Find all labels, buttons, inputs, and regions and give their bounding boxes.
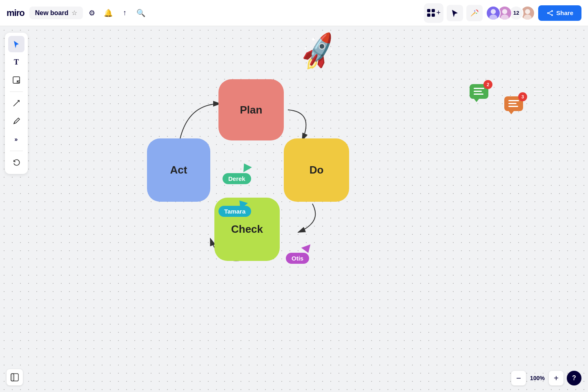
svg-point-4 xyxy=(501,14,509,20)
party-svg-icon xyxy=(470,9,479,18)
zoom-out-button[interactable]: − xyxy=(511,371,526,385)
svg-point-7 xyxy=(547,12,549,14)
toolbar-divider xyxy=(10,91,23,92)
tamara-cursor-label: Tamara xyxy=(218,206,251,217)
share-icon xyxy=(546,9,554,17)
settings-icon[interactable]: ⚙ xyxy=(85,6,99,20)
svg-point-9 xyxy=(551,14,553,16)
text-tool-label: T xyxy=(14,58,19,67)
svg-rect-16 xyxy=(11,374,14,381)
check-label: Check xyxy=(231,223,263,236)
miro-logo[interactable]: miro xyxy=(7,8,24,18)
comment-badge-1: 2 xyxy=(483,80,492,89)
avatars-group[interactable]: 12 xyxy=(486,6,535,20)
topbar-right: + 12 xyxy=(424,3,581,23)
comment-count-2: 3 xyxy=(521,94,524,99)
left-toolbar: T » xyxy=(5,33,28,174)
toolbar-divider-2 xyxy=(10,151,23,151)
pen-tool-icon xyxy=(12,117,20,125)
plan-node[interactable]: Plan xyxy=(218,79,284,140)
comment-badge-2: 3 xyxy=(518,92,527,101)
cursor-button[interactable] xyxy=(447,5,463,21)
svg-line-10 xyxy=(549,11,551,13)
board-title-area: New board ☆ xyxy=(29,7,83,19)
avatar-user1[interactable] xyxy=(486,6,501,20)
undo-icon xyxy=(12,158,20,167)
star-icon[interactable]: ☆ xyxy=(71,9,77,17)
search-icon[interactable]: 🔍 xyxy=(134,6,148,20)
share-label: Share xyxy=(556,9,573,16)
line-tool[interactable] xyxy=(8,95,24,111)
tamara-name: Tamara xyxy=(224,208,245,215)
do-label: Do xyxy=(310,164,324,176)
diagram: 🚀 Plan Do Check Act xyxy=(139,47,359,300)
sticky-note-tool[interactable] xyxy=(8,72,24,88)
top-bar: miro New board ☆ ⚙ 🔔 ↑ 🔍 + xyxy=(0,0,588,26)
svg-point-5 xyxy=(525,9,530,14)
act-label: Act xyxy=(170,164,187,176)
help-button[interactable]: ? xyxy=(567,371,581,385)
cursor-tool-icon xyxy=(12,40,20,48)
more-tools-label: » xyxy=(15,136,18,143)
apps-button[interactable]: + xyxy=(424,3,443,23)
svg-point-1 xyxy=(491,9,496,14)
board-title: New board xyxy=(35,9,69,17)
notifications-icon[interactable]: 🔔 xyxy=(101,6,116,20)
zoom-in-button[interactable]: + xyxy=(549,371,564,385)
derek-cursor-triangle xyxy=(240,161,252,172)
select-tool[interactable] xyxy=(8,36,24,52)
pen-tool[interactable] xyxy=(8,113,24,129)
zoom-value[interactable]: 100% xyxy=(529,375,546,381)
derek-cursor-label: Derek xyxy=(223,173,251,184)
zoom-plus-icon: + xyxy=(554,374,559,383)
otis-name: Otis xyxy=(292,255,303,262)
sticky-note-icon xyxy=(12,76,20,84)
canvas[interactable]: 🚀 Plan Do Check Act xyxy=(0,26,588,392)
panel-toggle-button[interactable] xyxy=(7,369,23,385)
zoom-minus-icon: − xyxy=(516,374,521,383)
svg-point-2 xyxy=(490,14,498,20)
svg-line-11 xyxy=(549,13,551,15)
svg-point-6 xyxy=(524,14,532,20)
comment-bubble-1[interactable]: 2 xyxy=(470,83,488,99)
undo-tool[interactable] xyxy=(8,154,24,171)
zoom-controls: − 100% + ? xyxy=(511,371,581,385)
party-button[interactable] xyxy=(466,5,483,21)
cursor-svg-icon xyxy=(450,9,459,18)
more-tools[interactable]: » xyxy=(8,131,24,147)
panel-icon xyxy=(10,373,19,382)
bottom-left-panel xyxy=(7,369,23,385)
do-node[interactable]: Do xyxy=(284,138,349,202)
help-label: ? xyxy=(572,374,576,382)
share-button[interactable]: Share xyxy=(538,5,581,21)
rocket-emoji: 🚀 xyxy=(296,30,341,73)
plan-label: Plan xyxy=(240,104,263,116)
comment-bubble-2[interactable]: 3 xyxy=(504,96,523,111)
svg-point-3 xyxy=(502,9,507,14)
otis-cursor-label: Otis xyxy=(286,253,309,264)
svg-point-0 xyxy=(476,10,477,11)
share-upload-icon[interactable]: ↑ xyxy=(117,6,132,20)
derek-name: Derek xyxy=(228,175,245,182)
svg-point-8 xyxy=(551,10,553,12)
apps-grid-icon xyxy=(427,9,435,17)
svg-line-13 xyxy=(13,100,19,106)
line-tool-icon xyxy=(12,99,20,107)
text-tool[interactable]: T xyxy=(8,54,24,70)
act-node[interactable]: Act xyxy=(147,138,210,202)
comment-count-1: 2 xyxy=(487,82,489,87)
